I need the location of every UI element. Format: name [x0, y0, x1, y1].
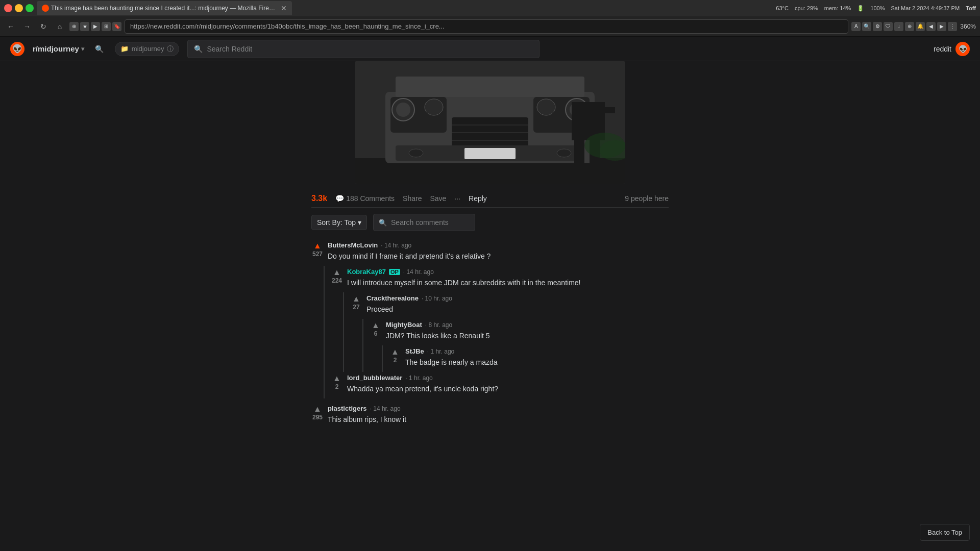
comment-author[interactable]: StJBe: [405, 347, 424, 355]
comment-vote-area: ▲ 2: [331, 374, 343, 396]
svg-point-9: [396, 103, 410, 117]
upvote-button[interactable]: ▲: [352, 294, 360, 304]
toolbar-icon-3[interactable]: ▶: [91, 22, 100, 31]
browser-titlebar: This image has been haunting me since I …: [0, 0, 980, 37]
svg-rect-23: [605, 107, 615, 113]
comment-content: ButtersMcLovin · 14 hr. ago Do you mind …: [328, 241, 669, 264]
url-bar[interactable]: https://new.reddit.com/r/midjourney/comm…: [125, 19, 848, 34]
comment-meta: Cracktherealone · 10 hr. ago: [366, 294, 669, 302]
comment-time: · 10 hr. ago: [422, 295, 452, 302]
comments-icon: 💬: [335, 194, 344, 203]
comments-button[interactable]: 💬 188 Comments: [335, 194, 395, 203]
back-to-top-button[interactable]: Back to Top: [920, 524, 970, 531]
comment-time: · 14 hr. ago: [381, 242, 411, 249]
extension-icon-2[interactable]: 🔍: [862, 22, 871, 31]
upvote-button[interactable]: ▲: [333, 268, 341, 277]
upvote-button[interactable]: ▲: [391, 347, 399, 357]
comment-score: 6: [374, 330, 378, 337]
breadcrumb-pill: 📁 midjourney ⓘ: [115, 42, 180, 56]
toolbar-icon-2[interactable]: ★: [80, 22, 89, 31]
home-button[interactable]: ⌂: [53, 20, 66, 33]
svg-point-10: [425, 99, 443, 115]
comment-vote-area: ▲ 6: [370, 321, 382, 343]
minimize-btn[interactable]: [15, 4, 23, 12]
comment-indent-3: ▲ 6 MightyBoat · 8 hr. ago JDM? This loo…: [362, 319, 669, 372]
close-btn[interactable]: [4, 4, 12, 12]
datetime: Sat Mar 2 2024 4:49:37 PM: [891, 5, 960, 11]
post-image: [355, 61, 625, 184]
url-text: https://new.reddit.com/r/midjourney/comm…: [130, 22, 445, 30]
extension-icon-7[interactable]: 🔔: [916, 22, 925, 31]
comment-author[interactable]: KobraKay87: [347, 268, 386, 276]
svg-point-18: [557, 149, 571, 157]
comment-score: 2: [335, 383, 339, 390]
comment-meta: lord_bubblewater · 1 hr. ago: [347, 374, 669, 382]
comment-meta: KobraKay87 OP · 14 hr. ago: [347, 268, 669, 276]
svg-rect-16: [464, 148, 516, 159]
extension-icon-3[interactable]: ⚙: [873, 22, 882, 31]
comment-item: ▲ 27 Cracktherealone · 10 hr. ago Procee…: [350, 292, 669, 319]
comment-body: Do you mind if I frame it and pretend it…: [328, 251, 669, 262]
extension-icon-4[interactable]: 🛡: [884, 22, 893, 31]
search-comments-input[interactable]: [391, 218, 470, 227]
reddit-search-bar[interactable]: 🔍 Search Reddit: [187, 40, 540, 58]
reload-button[interactable]: ↻: [37, 20, 50, 33]
extension-icon-6[interactable]: ⊕: [905, 22, 914, 31]
extension-icon-1[interactable]: A: [851, 22, 861, 31]
comment-meta: plastictigers · 14 hr. ago: [328, 405, 669, 412]
breadcrumb-info-icon: ⓘ: [167, 44, 174, 54]
comment-author[interactable]: ButtersMcLovin: [328, 241, 378, 249]
search-icon[interactable]: 🔍: [92, 42, 107, 56]
comment-content: Cracktherealone · 10 hr. ago Proceed: [366, 294, 669, 317]
share-button[interactable]: Share: [403, 194, 422, 203]
comment-item: ▲ 2 StJBe · 1 hr. ago The badge is n: [389, 345, 669, 372]
more-button[interactable]: ···: [454, 194, 460, 203]
comments-toolbar: Sort By: Top ▾ 🔍: [311, 214, 669, 231]
comment-vote-area: ▲ 224: [331, 268, 343, 290]
tab-title: This image has been haunting me since I …: [51, 5, 276, 12]
tab-close-icon[interactable]: ✕: [281, 4, 287, 12]
back-button[interactable]: ←: [4, 20, 17, 33]
comment-author[interactable]: MightyBoat: [386, 321, 422, 329]
comment-body: JDM? This looks like a Renault 5: [386, 331, 669, 341]
comment-content: lord_bubblewater · 1 hr. ago Whadda ya m…: [347, 374, 669, 396]
toolbar-icon-4[interactable]: ⊞: [102, 22, 111, 31]
breadcrumb-icon: 📁: [120, 45, 129, 53]
upvote-button[interactable]: ▲: [313, 241, 322, 251]
comment-item: ▲ 295 plastictigers · 14 hr. ago This al…: [311, 403, 669, 429]
mem-usage: mem: 14%: [824, 5, 851, 11]
comment-score: 224: [332, 277, 342, 284]
comment-time: · 14 hr. ago: [370, 405, 401, 412]
comment-meta: StJBe · 1 hr. ago: [405, 347, 669, 355]
comment-meta: ButtersMcLovin · 14 hr. ago: [328, 241, 669, 249]
search-comments-container[interactable]: 🔍: [373, 214, 475, 231]
header-right: reddit 👽: [934, 42, 970, 56]
comment-vote-area: ▲ 527: [311, 241, 324, 264]
toolbar-icon-5[interactable]: 🔖: [112, 22, 121, 31]
user-avatar[interactable]: 👽: [955, 42, 970, 56]
extension-icon-10[interactable]: ⋮: [948, 22, 957, 31]
maximize-btn[interactable]: [26, 4, 34, 12]
comment-author[interactable]: Cracktherealone: [366, 294, 419, 302]
comment-item: ▲ 2 lord_bubblewater · 1 hr. ago Whadda …: [331, 372, 669, 398]
extension-icon-9[interactable]: ▶: [937, 22, 946, 31]
forward-button[interactable]: →: [20, 20, 34, 33]
upvote-button[interactable]: ▲: [333, 374, 341, 383]
reddit-header: 👽 r/midjourney ▾ 🔍 📁 midjourney ⓘ 🔍 Sear…: [0, 37, 980, 61]
people-here: 9 people here: [625, 194, 669, 203]
upvote-button[interactable]: ▲: [372, 321, 380, 330]
post-image-container: [311, 61, 669, 184]
extension-icon-5[interactable]: ↓: [894, 22, 903, 31]
sort-by-dropdown[interactable]: Sort By: Top ▾: [311, 215, 367, 230]
subreddit-dropdown-icon[interactable]: ▾: [81, 45, 84, 53]
upvote-button[interactable]: ▲: [313, 405, 322, 414]
post-actions-bar: 3.3k 💬 188 Comments Share Save ··· Reply…: [311, 190, 669, 208]
save-button[interactable]: Save: [430, 194, 446, 203]
extension-icon-8[interactable]: ◀: [926, 22, 936, 31]
subreddit-name[interactable]: r/midjourney ▾: [33, 44, 84, 53]
comment-author[interactable]: plastictigers: [328, 405, 367, 412]
reply-button[interactable]: Reply: [469, 194, 487, 203]
comment-author[interactable]: lord_bubblewater: [347, 374, 402, 382]
comment-score: 2: [394, 357, 397, 364]
toolbar-icon-1[interactable]: ⊕: [69, 22, 79, 31]
